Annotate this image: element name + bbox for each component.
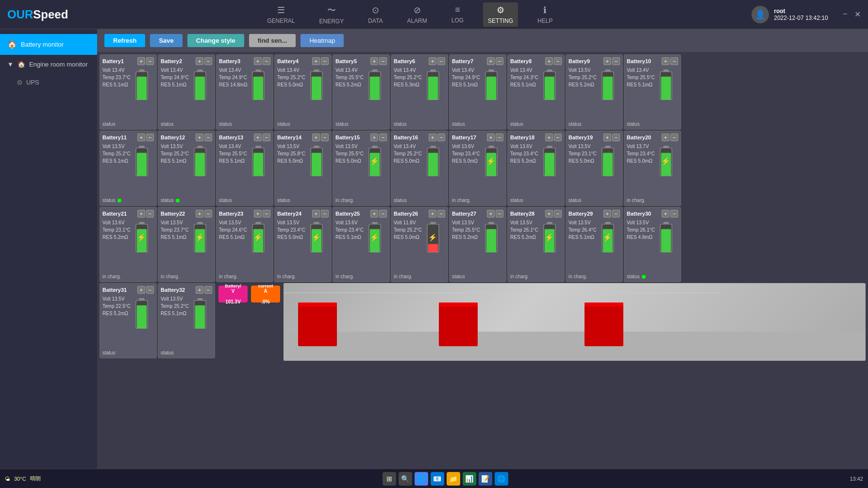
- excel-icon[interactable]: 📊: [463, 472, 476, 486]
- battery-cell-28[interactable]: Battery28 + − Volt 13.5V Temp 26.1°C RES…: [507, 207, 565, 282]
- battery-plus-28[interactable]: +: [545, 210, 553, 218]
- battery-plus-15[interactable]: +: [370, 134, 378, 141]
- battery-minus-31[interactable]: −: [146, 286, 154, 294]
- explorer-icon[interactable]: 📁: [447, 472, 460, 486]
- sidebar-engine-room-group[interactable]: ▼ 🏠 Engine room monitor: [0, 55, 97, 74]
- battery-plus-19[interactable]: +: [603, 134, 611, 141]
- battery-cell-31[interactable]: Battery31 + − Volt 13.5V Temp 22.5°C RES…: [100, 283, 157, 358]
- battery-cell-15[interactable]: Battery15 + − Volt 13.5V Temp 25.5°C RES…: [333, 131, 390, 206]
- battery-cell-16[interactable]: Battery16 + − Volt 13.4V Temp 25.2°C RES…: [391, 131, 448, 206]
- battery-minus-9[interactable]: −: [612, 57, 620, 65]
- battery-minus-26[interactable]: −: [437, 210, 445, 218]
- chrome-icon[interactable]: 🌐: [415, 472, 428, 486]
- battery-minus-24[interactable]: −: [321, 210, 329, 218]
- battery-minus-12[interactable]: −: [204, 134, 212, 141]
- battery-minus-11[interactable]: −: [146, 134, 154, 141]
- battery-cell-23[interactable]: Battery23 + − Volt 13.5V Temp 24.6°C RES…: [216, 207, 273, 282]
- battery-minus-18[interactable]: −: [554, 134, 562, 141]
- battery-minus-17[interactable]: −: [496, 134, 503, 141]
- battery-cell-17[interactable]: Battery17 + − Volt 13.6V Temp 23.4°C RES…: [449, 131, 506, 206]
- tab-general[interactable]: ☰ GENERAL: [262, 2, 300, 27]
- battery-plus-21[interactable]: +: [137, 210, 145, 218]
- battery-plus-18[interactable]: +: [545, 134, 553, 141]
- battery-plus-17[interactable]: +: [487, 134, 495, 141]
- battery-plus-1[interactable]: +: [137, 57, 145, 65]
- battery-cell-8[interactable]: Battery8 + − Volt 13.4V Temp 24.3°C RES …: [507, 54, 565, 130]
- battery-plus-2[interactable]: +: [196, 57, 203, 65]
- battery-minus-13[interactable]: −: [263, 134, 270, 141]
- battery-minus-29[interactable]: −: [612, 210, 620, 218]
- battery-plus-6[interactable]: +: [429, 57, 436, 65]
- battery-minus-22[interactable]: −: [204, 210, 212, 218]
- battery-minus-5[interactable]: −: [379, 57, 387, 65]
- battery-plus-13[interactable]: +: [254, 134, 262, 141]
- tab-energy[interactable]: 〜 ENERGY: [314, 2, 349, 27]
- battery-cell-21[interactable]: Battery21 + − Volt 13.6V Temp 23.1°C RES…: [100, 207, 157, 282]
- battery-minus-15[interactable]: −: [379, 134, 387, 141]
- battery-cell-11[interactable]: Battery11 + − Volt 13.5V Temp 25.2°C RES…: [100, 131, 157, 206]
- heatmap-button[interactable]: Heatmap: [300, 34, 344, 47]
- battery-plus-9[interactable]: +: [603, 57, 611, 65]
- battery-minus-8[interactable]: −: [554, 57, 562, 65]
- battery-plus-5[interactable]: +: [370, 57, 378, 65]
- battery-plus-14[interactable]: +: [312, 134, 320, 141]
- tab-setting[interactable]: ⚙ SETTING: [483, 2, 518, 27]
- battery-minus-23[interactable]: −: [263, 210, 270, 218]
- battery-plus-29[interactable]: +: [603, 210, 611, 218]
- battery-minus-1[interactable]: −: [146, 57, 154, 65]
- battery-plus-25[interactable]: +: [370, 210, 378, 218]
- battery-plus-27[interactable]: +: [487, 210, 495, 218]
- minimize-button[interactable]: −: [843, 10, 847, 19]
- battery-cell-22[interactable]: Battery22 + − Volt 13.5V Temp 23.7°C RES…: [158, 207, 215, 282]
- battery-cell-2[interactable]: Battery2 + − Volt 13.4V Temp 24.9°C RES …: [158, 54, 215, 130]
- battery-cell-6[interactable]: Battery6 + − Volt 13.4V Temp 25.2°C RES …: [391, 54, 448, 130]
- battery-cell-26[interactable]: Battery26 + − Volt 11.8V Temp 25.2°C RES…: [391, 207, 448, 282]
- tab-help[interactable]: ℹ HELP: [533, 2, 557, 27]
- battery-plus-24[interactable]: +: [312, 210, 320, 218]
- battery-cell-19[interactable]: Battery19 + − Volt 13.5V Temp 23.1°C RES…: [566, 131, 623, 206]
- battery-cell-18[interactable]: Battery18 + − Volt 13.6V Temp 23.4°C RES…: [507, 131, 565, 206]
- battery-plus-22[interactable]: +: [196, 210, 203, 218]
- battery-plus-32[interactable]: +: [196, 286, 203, 294]
- battery-plus-31[interactable]: +: [137, 286, 145, 294]
- battery-plus-30[interactable]: +: [662, 210, 669, 218]
- sidebar-item-battery-monitor[interactable]: 🏠 Battery monitor: [0, 34, 97, 55]
- edge-icon[interactable]: 🌐: [495, 472, 508, 486]
- battery-cell-30[interactable]: Battery30 + − Volt 13.5V Temp 26.1°C RES…: [624, 207, 681, 282]
- battery-plus-20[interactable]: +: [662, 134, 669, 141]
- battery-minus-7[interactable]: −: [496, 57, 503, 65]
- tab-data[interactable]: ⊙ DATA: [363, 2, 387, 27]
- battery-cell-25[interactable]: Battery25 + − Volt 13.6V Temp 23.4°C RES…: [333, 207, 390, 282]
- battery-minus-27[interactable]: −: [496, 210, 503, 218]
- battery-minus-2[interactable]: −: [204, 57, 212, 65]
- outlook-icon[interactable]: 📧: [431, 472, 444, 486]
- battery-minus-20[interactable]: −: [670, 134, 678, 141]
- battery-cell-24[interactable]: Battery24 + − Volt 13.5V Temp 23.4°C RES…: [274, 207, 332, 282]
- tab-log[interactable]: ≡ LOG: [447, 2, 468, 26]
- battery-minus-16[interactable]: −: [437, 134, 445, 141]
- battery-minus-30[interactable]: −: [670, 210, 678, 218]
- battery-plus-8[interactable]: +: [545, 57, 553, 65]
- battery-cell-9[interactable]: Battery9 + − Volt 13.5V Temp 25.2°C RES …: [566, 54, 623, 130]
- battery-minus-19[interactable]: −: [612, 134, 620, 141]
- tab-alarm[interactable]: ⊘ ALARM: [402, 2, 432, 27]
- battery-plus-23[interactable]: +: [254, 210, 262, 218]
- battery-plus-16[interactable]: +: [429, 134, 436, 141]
- battery-minus-3[interactable]: −: [263, 57, 270, 65]
- battery-plus-3[interactable]: +: [254, 57, 262, 65]
- battery-cell-10[interactable]: Battery10 + − Volt 13.4V Temp 25.5°C RES…: [624, 54, 681, 130]
- battery-minus-25[interactable]: −: [379, 210, 387, 218]
- battery-cell-3[interactable]: Battery3 + − Volt 13.4V Temp 24.9°C RES …: [216, 54, 273, 130]
- battery-minus-10[interactable]: −: [670, 57, 678, 65]
- find-sensor-button[interactable]: find sen...: [249, 34, 296, 47]
- battery-cell-12[interactable]: Battery12 + − Volt 13.5V Temp 25.2°C RES…: [158, 131, 215, 206]
- battery-plus-4[interactable]: +: [312, 57, 320, 65]
- battery-cell-1[interactable]: Battery1 + − Volt 13.4V Temp 23.7°C RES …: [100, 54, 157, 130]
- battery-minus-4[interactable]: −: [321, 57, 329, 65]
- refresh-button[interactable]: Refresh: [104, 34, 145, 47]
- battery-minus-14[interactable]: −: [321, 134, 329, 141]
- battery-cell-27[interactable]: Battery27 + − Volt 13.5V Temp 25.5°C RES…: [449, 207, 506, 282]
- battery-cell-14[interactable]: Battery14 + − Volt 13.5V Temp 25.8°C RES…: [274, 131, 332, 206]
- battery-plus-7[interactable]: +: [487, 57, 495, 65]
- close-button[interactable]: ✕: [854, 10, 861, 19]
